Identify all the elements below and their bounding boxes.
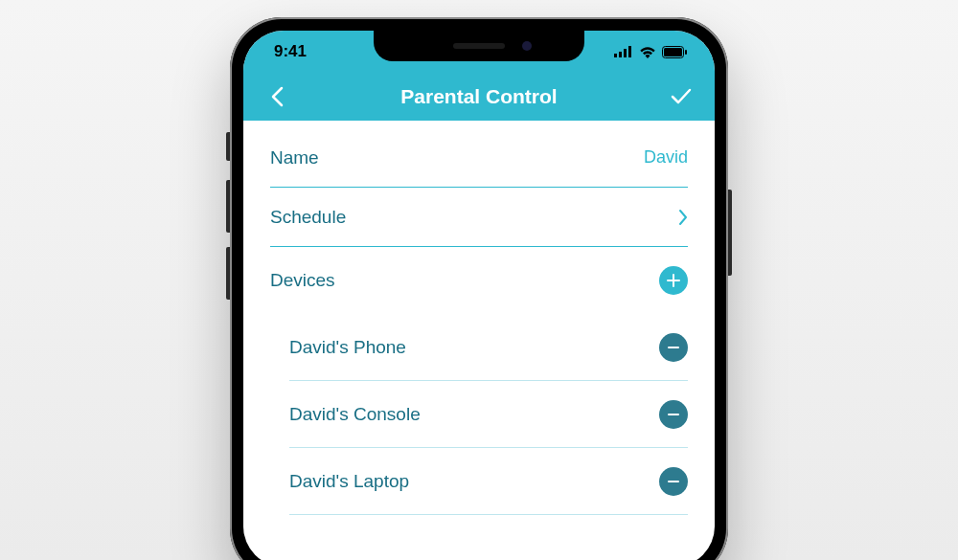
device-list: David's Phone David's Console David's La…: [270, 314, 688, 515]
svg-rect-0: [614, 54, 617, 57]
phone-frame: 9:41 Parental Control: [230, 17, 728, 560]
back-button[interactable]: [262, 82, 291, 111]
svg-rect-1: [619, 52, 622, 57]
add-device-button[interactable]: [659, 266, 688, 295]
hw-power: [728, 190, 732, 276]
remove-device-button[interactable]: [659, 400, 688, 429]
svg-rect-6: [685, 50, 687, 55]
notch: [374, 31, 584, 61]
hw-switch: [226, 132, 230, 161]
name-row[interactable]: Name David: [270, 128, 688, 188]
status-time: 9:41: [274, 42, 307, 61]
chevron-right-icon: [678, 209, 688, 226]
hw-volume-down: [226, 247, 230, 300]
minus-icon: [666, 340, 681, 355]
device-label: David's Console: [289, 404, 421, 425]
schedule-row[interactable]: Schedule: [270, 188, 688, 247]
speaker-grille: [453, 43, 505, 49]
minus-icon: [666, 407, 681, 422]
confirm-button[interactable]: [667, 82, 696, 111]
remove-device-button[interactable]: [659, 467, 688, 496]
hw-volume-up: [226, 180, 230, 233]
device-row: David's Phone: [289, 314, 688, 381]
device-row: David's Console: [289, 381, 688, 448]
screen: 9:41 Parental Control: [243, 31, 715, 560]
page-title: Parental Control: [243, 85, 715, 108]
device-label: David's Phone: [289, 337, 406, 358]
svg-rect-2: [624, 49, 627, 57]
cellular-icon: [614, 46, 633, 57]
wifi-icon: [639, 46, 656, 58]
front-camera: [522, 41, 532, 51]
nav-bar: Parental Control: [243, 73, 715, 121]
device-label: David's Laptop: [289, 471, 409, 492]
name-value: David: [644, 147, 688, 168]
svg-rect-3: [628, 46, 631, 57]
checkmark-icon: [671, 88, 692, 105]
schedule-label: Schedule: [270, 207, 346, 228]
minus-icon: [666, 474, 681, 489]
remove-device-button[interactable]: [659, 333, 688, 362]
content: Name David Schedule Devices David's Phon…: [243, 121, 715, 515]
battery-icon: [662, 46, 688, 58]
name-label: Name: [270, 147, 319, 168]
svg-rect-5: [664, 48, 682, 56]
device-row: David's Laptop: [289, 448, 688, 515]
devices-label: Devices: [270, 270, 335, 291]
devices-header-row: Devices: [270, 247, 688, 314]
plus-icon: [666, 273, 681, 288]
chevron-left-icon: [270, 86, 284, 107]
